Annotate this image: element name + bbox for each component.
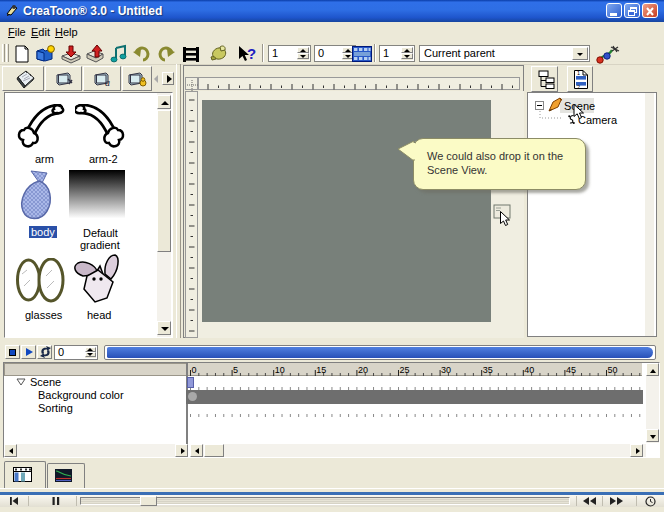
svg-text:a: a <box>105 77 110 88</box>
svg-text:1: 1 <box>577 70 580 76</box>
svg-text:20: 20 <box>358 365 368 375</box>
svg-text:0: 0 <box>192 365 197 375</box>
svg-text:5: 5 <box>233 365 238 375</box>
svg-text:30: 30 <box>441 365 451 375</box>
svg-text:?: ? <box>247 45 256 62</box>
svg-text:2: 2 <box>577 84 580 90</box>
svg-text:35: 35 <box>483 365 493 375</box>
svg-text:40: 40 <box>524 365 534 375</box>
svg-text:25: 25 <box>400 365 410 375</box>
svg-text:10: 10 <box>275 365 285 375</box>
svg-text:15: 15 <box>316 365 326 375</box>
svg-text:50: 50 <box>608 365 618 375</box>
svg-text:45: 45 <box>566 365 576 375</box>
